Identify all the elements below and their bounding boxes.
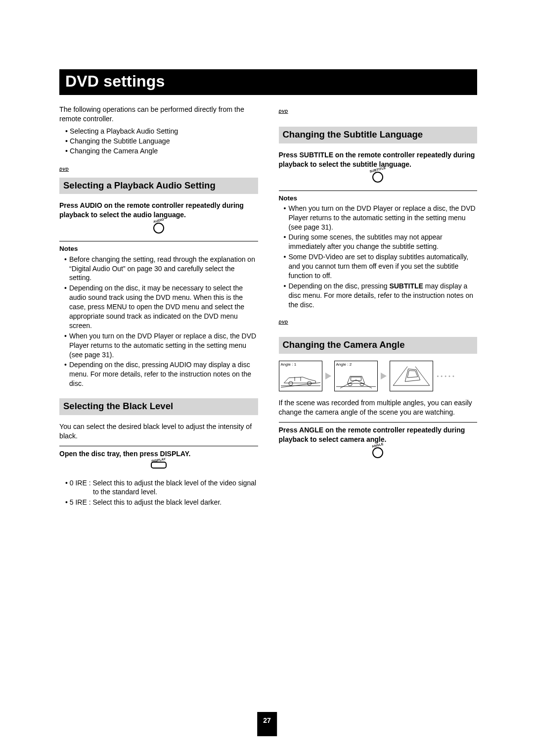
dots-icon: ••••• <box>437 373 456 380</box>
page-banner: DVD settings <box>59 69 477 95</box>
note-item: Before changing the setting, read throug… <box>64 255 258 283</box>
angle-2-label: Angle : 2 <box>336 362 376 368</box>
car-top-icon <box>392 362 431 390</box>
note-item: Depending on the disc, pressing AUDIO ma… <box>64 360 258 388</box>
right-column: DVD Changing the Subtitle Language Press… <box>279 105 478 508</box>
angle-frame-1: Angle : 1 <box>279 361 322 391</box>
car-front-icon <box>336 368 376 390</box>
svg-point-10 <box>348 383 352 386</box>
intro-bullet: Changing the Subtitle Language <box>65 137 258 146</box>
section-black-heading: Selecting the Black Level <box>59 398 258 415</box>
intro-bullets: Selecting a Playback Audio Setting Chang… <box>59 127 258 156</box>
car-side-icon <box>281 368 320 390</box>
subtitle-button-icon: SUBTITLE <box>372 172 383 183</box>
divider <box>59 241 258 241</box>
note-item: During some scenes, the subtitles may no… <box>284 233 478 251</box>
intro-bullet: Changing the Camera Angle <box>65 146 258 156</box>
dvd-badge-icon: DVD <box>279 320 288 325</box>
black-desc: You can select the desired black level t… <box>59 422 258 441</box>
subtitle-notes: When you turn on the DVD Player or repla… <box>279 204 478 310</box>
svg-rect-9 <box>351 377 361 380</box>
note-item: Some DVD-Video are set to display subtit… <box>284 252 478 281</box>
ire-5-option: • 5 IRE : Select this to adjust the blac… <box>65 498 258 507</box>
notes-heading: Notes <box>59 244 258 253</box>
audio-instruction: Press AUDIO on the remote controller rep… <box>59 201 258 220</box>
angle-frame-3 <box>390 361 433 391</box>
arrow-icon <box>381 373 387 379</box>
svg-line-12 <box>393 367 407 385</box>
audio-notes: Before changing the setting, read throug… <box>59 255 258 388</box>
page-number: 27 <box>257 712 277 736</box>
note-item: Depending on the disc, pressing SUBTITLE… <box>284 282 478 310</box>
subtitle-instruction: Press SUBTITLE on the remote controller … <box>279 150 478 169</box>
notes-heading: Notes <box>279 194 478 203</box>
note-item: When you turn on the DVD Player or repla… <box>284 204 478 232</box>
dvd-badge-icon: DVD <box>59 167 69 172</box>
left-column: The following operations can be performe… <box>59 105 258 508</box>
black-instruction: Open the disc tray, then press DISPLAY. <box>59 449 258 459</box>
angle-desc: If the scene was recorded from multiple … <box>279 398 478 417</box>
angle-1-label: Angle : 1 <box>281 362 320 368</box>
intro-text: The following operations can be performe… <box>59 105 258 124</box>
angle-frame-2: Angle : 2 <box>334 361 378 391</box>
angle-instruction: Press ANGLE on the remote controller rep… <box>279 425 478 444</box>
section-audio-heading: Selecting a Playback Audio Setting <box>59 178 258 194</box>
svg-point-2 <box>289 381 293 385</box>
svg-line-1 <box>281 382 320 387</box>
divider <box>279 422 478 423</box>
content-columns: The following operations can be performe… <box>59 105 477 508</box>
note-item: When you turn on the DVD Player or repla… <box>64 331 258 360</box>
note-item: Depending on the disc, it may be necessa… <box>64 284 258 330</box>
section-subtitle-heading: Changing the Subtitle Language <box>279 127 478 143</box>
ire-options: • 0 IRE : Select this to adjust the blac… <box>59 478 258 508</box>
audio-button-icon: AUDIO <box>153 223 164 234</box>
svg-point-11 <box>360 383 364 386</box>
ire-0-option: • 0 IRE : Select this to adjust the blac… <box>65 478 258 497</box>
intro-bullet: Selecting a Playback Audio Setting <box>65 127 258 136</box>
angle-button-icon: ANGLE <box>372 447 383 458</box>
section-angle-heading: Changing the Camera Angle <box>279 337 478 354</box>
svg-point-3 <box>307 381 311 385</box>
angle-illustration: Angle : 1 Angle : 2 <box>279 361 478 391</box>
divider <box>59 446 258 446</box>
arrow-icon <box>325 373 331 379</box>
divider <box>279 190 478 191</box>
dvd-badge-icon: DVD <box>279 109 288 114</box>
display-button-icon: DISPLAY <box>151 462 167 469</box>
